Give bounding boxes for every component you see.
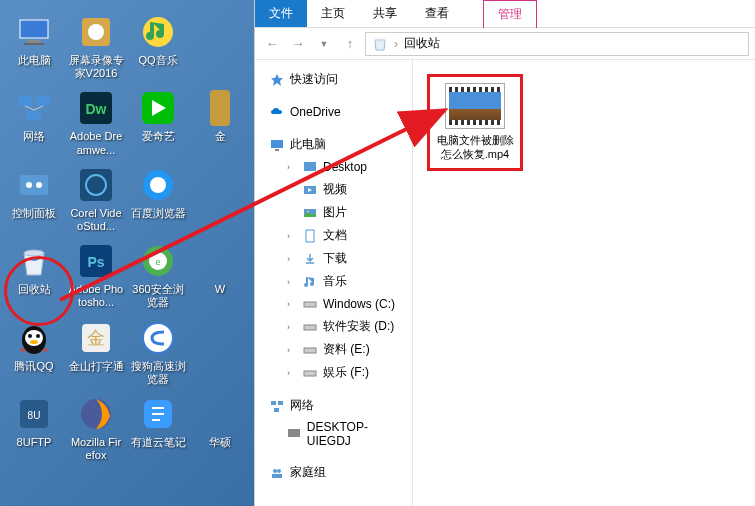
nav-history-dropdown[interactable]: ▼ bbox=[313, 33, 335, 55]
tree-label: Desktop bbox=[323, 160, 367, 174]
svg-rect-6 bbox=[18, 96, 32, 106]
tab-view[interactable]: 查看 bbox=[411, 0, 463, 27]
tree-label: 软件安装 (D:) bbox=[323, 318, 394, 335]
svg-rect-47 bbox=[306, 230, 314, 242]
icon-label: 回收站 bbox=[18, 283, 51, 296]
sidebar-drive-c[interactable]: › Windows (C:) bbox=[255, 293, 412, 315]
desktop-icon-sogou[interactable]: 搜狗高速浏览器 bbox=[128, 316, 188, 388]
svg-rect-41 bbox=[271, 140, 283, 148]
svg-line-10 bbox=[34, 106, 43, 110]
desktop-icon-blank bbox=[190, 10, 250, 82]
desktop-icon-controlpanel[interactable]: 控制面板 bbox=[4, 163, 64, 235]
svg-point-32 bbox=[30, 340, 38, 344]
tree-label: 下载 bbox=[323, 250, 347, 267]
sidebar-onedrive[interactable]: OneDrive bbox=[255, 101, 412, 123]
desktop-icon-network[interactable]: 网络 bbox=[4, 86, 64, 158]
desktop-icon-jinshan[interactable]: 金 金山打字通 bbox=[66, 316, 126, 388]
desktop-icon-thispc[interactable]: 此电脑 bbox=[4, 10, 64, 82]
desktop-icon-8uftp[interactable]: 8U 8UFTP bbox=[4, 392, 64, 464]
desktop-icon-photoshop[interactable]: Ps Adobe Photosho... bbox=[66, 239, 126, 311]
tab-manage[interactable]: 管理 bbox=[483, 0, 537, 28]
sidebar-documents[interactable]: › 文档 bbox=[255, 224, 412, 247]
sidebar-music[interactable]: › 音乐 bbox=[255, 270, 412, 293]
icon-label: 8UFTP bbox=[17, 436, 52, 449]
desktop-icon-baidu[interactable]: 百度浏览器 bbox=[128, 163, 188, 235]
tree-label: 视频 bbox=[323, 181, 347, 198]
tree-label: 快速访问 bbox=[290, 71, 338, 88]
svg-text:e: e bbox=[155, 257, 160, 267]
file-content-area[interactable]: 电脑文件被删除怎么恢复.mp4 bbox=[413, 60, 755, 506]
desktop-icon-qqmusic[interactable]: QQ音乐 bbox=[128, 10, 188, 82]
desktop-icon-firefox[interactable]: Mozilla Firefox bbox=[66, 392, 126, 464]
expand-icon[interactable]: › bbox=[287, 368, 297, 378]
desktop-icon-recyclebin[interactable]: 回收站 bbox=[4, 239, 64, 311]
sidebar-quickaccess[interactable]: 快速访问 bbox=[255, 68, 412, 91]
icon-label: 搜狗高速浏览器 bbox=[130, 360, 186, 386]
desktop-icon-partial[interactable]: W bbox=[190, 239, 250, 311]
sidebar-videos[interactable]: 视频 bbox=[255, 178, 412, 201]
icon-label: 百度浏览器 bbox=[131, 207, 186, 220]
desktop-icon-dreamweaver[interactable]: Dw Adobe Dreamwe... bbox=[66, 86, 126, 158]
svg-rect-7 bbox=[36, 96, 50, 106]
desktop-icon-corel[interactable]: Corel VideoStud... bbox=[66, 163, 126, 235]
desktop-icon-youdao[interactable]: 有道云笔记 bbox=[128, 392, 188, 464]
expand-icon[interactable]: › bbox=[287, 231, 297, 241]
drive-icon bbox=[302, 342, 318, 358]
breadcrumb-address-bar[interactable]: › 回收站 bbox=[365, 32, 749, 56]
explorer-body: 快速访问 OneDrive 此电脑 › Desktop 视频 bbox=[255, 60, 755, 506]
music-icon bbox=[302, 274, 318, 290]
tab-share[interactable]: 共享 bbox=[359, 0, 411, 27]
svg-point-35 bbox=[143, 323, 173, 353]
nav-up-button[interactable]: ↑ bbox=[339, 33, 361, 55]
sidebar-network[interactable]: 网络 bbox=[255, 394, 412, 417]
icon-label: 控制面板 bbox=[12, 207, 56, 220]
desktop-icon bbox=[302, 159, 318, 175]
svg-line-9 bbox=[25, 106, 34, 110]
drive-icon bbox=[302, 365, 318, 381]
tab-home[interactable]: 主页 bbox=[307, 0, 359, 27]
svg-rect-42 bbox=[275, 149, 279, 151]
icon-label: 此电脑 bbox=[18, 54, 51, 67]
sidebar-downloads[interactable]: › 下载 bbox=[255, 247, 412, 270]
nav-back-button[interactable]: ← bbox=[261, 33, 283, 55]
sidebar-pictures[interactable]: 图片 bbox=[255, 201, 412, 224]
tree-label: 音乐 bbox=[323, 273, 347, 290]
desktop-icon-partial[interactable]: 华硕 bbox=[190, 392, 250, 464]
file-highlight-box: 电脑文件被删除怎么恢复.mp4 bbox=[427, 74, 523, 171]
sidebar-drive-d[interactable]: › 软件安装 (D:) bbox=[255, 315, 412, 338]
network-icon bbox=[269, 398, 285, 414]
svg-rect-50 bbox=[304, 348, 316, 353]
expand-icon[interactable]: › bbox=[287, 345, 297, 355]
file-item-video[interactable]: 电脑文件被删除怎么恢复.mp4 bbox=[436, 83, 514, 162]
tab-file[interactable]: 文件 bbox=[255, 0, 307, 27]
svg-text:Ps: Ps bbox=[87, 254, 104, 270]
expand-icon[interactable]: › bbox=[287, 299, 297, 309]
sidebar-drive-f[interactable]: › 娱乐 (F:) bbox=[255, 361, 412, 384]
sidebar-drive-e[interactable]: › 资料 (E:) bbox=[255, 338, 412, 361]
sidebar-desktop[interactable]: › Desktop bbox=[255, 156, 412, 178]
sidebar-homegroup[interactable]: 家庭组 bbox=[255, 461, 412, 484]
icon-label: 有道云笔记 bbox=[131, 436, 186, 449]
icon-label: W bbox=[215, 283, 225, 296]
desktop-icon-360browser[interactable]: e 360安全浏览器 bbox=[128, 239, 188, 311]
expand-icon[interactable]: › bbox=[287, 277, 297, 287]
sidebar-computer[interactable]: DESKTOP-UIEGDJ bbox=[255, 417, 412, 451]
icon-label: Adobe Dreamwe... bbox=[68, 130, 124, 156]
nav-forward-button[interactable]: → bbox=[287, 33, 309, 55]
desktop-icon-screenrec[interactable]: 屏幕录像专家V2016 bbox=[66, 10, 126, 82]
navigation-bar: ← → ▼ ↑ › 回收站 bbox=[255, 28, 755, 60]
expand-icon[interactable]: › bbox=[287, 254, 297, 264]
svg-rect-43 bbox=[304, 162, 316, 171]
expand-icon[interactable]: › bbox=[287, 322, 297, 332]
sidebar-thispc[interactable]: 此电脑 bbox=[255, 133, 412, 156]
tree-label: Windows (C:) bbox=[323, 297, 395, 311]
svg-point-30 bbox=[28, 334, 32, 338]
icon-label: 金 bbox=[215, 130, 226, 143]
desktop-icon-qq[interactable]: 腾讯QQ bbox=[4, 316, 64, 388]
tree-label: 网络 bbox=[290, 397, 314, 414]
desktop-icon-iqiyi[interactable]: 爱奇艺 bbox=[128, 86, 188, 158]
file-explorer-window: 文件 主页 共享 查看 管理 ← → ▼ ↑ › 回收站 快速访问 OneDri… bbox=[254, 0, 755, 506]
desktop-icon-partial[interactable]: 金 bbox=[190, 86, 250, 158]
expand-icon[interactable]: › bbox=[287, 162, 297, 172]
tree-label: 娱乐 (F:) bbox=[323, 364, 369, 381]
